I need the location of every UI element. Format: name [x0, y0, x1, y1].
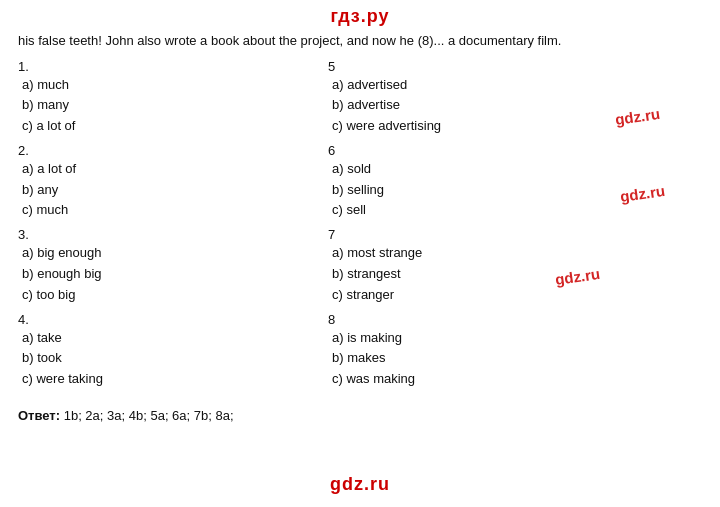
question-2: 2. a) a lot of b) any c) much: [18, 143, 328, 221]
question-4: 4. a) take b) took c) were taking: [18, 312, 328, 390]
q3-opt-b: b) enough big: [22, 264, 328, 285]
q2-num: 2.: [18, 143, 328, 158]
left-column: 1. a) much b) many c) a lot of 2. a) a l…: [18, 59, 328, 397]
q6-opt-c: c) sell: [332, 200, 698, 221]
q8-opt-c: c) was making: [332, 369, 698, 390]
answer-label: Ответ:: [18, 408, 60, 423]
q4-opt-b: b) took: [22, 348, 328, 369]
watermark-bottom: gdz.ru: [330, 474, 390, 495]
question-7: 7 a) most strange b) strangest c) strang…: [328, 227, 698, 305]
q6-num: 6: [328, 143, 698, 158]
q7-opt-b: b) strangest: [332, 264, 698, 285]
q3-num: 3.: [18, 227, 328, 242]
question-5: 5 a) advertised b) advertise c) were adv…: [328, 59, 698, 137]
q2-opt-a: a) a lot of: [22, 159, 328, 180]
q7-opt-a: a) most strange: [332, 243, 698, 264]
question-8: 8 a) is making b) makes c) was making: [328, 312, 698, 390]
q2-opt-b: b) any: [22, 180, 328, 201]
q2-opt-c: c) much: [22, 200, 328, 221]
q3-opt-a: a) big enough: [22, 243, 328, 264]
question-3: 3. a) big enough b) enough big c) too bi…: [18, 227, 328, 305]
q8-opt-b: b) makes: [332, 348, 698, 369]
q1-opt-b: b) many: [22, 95, 328, 116]
question-1: 1. a) much b) many c) a lot of: [18, 59, 328, 137]
q4-opt-a: a) take: [22, 328, 328, 349]
q4-opt-c: c) were taking: [22, 369, 328, 390]
q5-num: 5: [328, 59, 698, 74]
q7-opt-c: c) stranger: [332, 285, 698, 306]
header-watermark: гдз.ру: [0, 0, 720, 31]
question-6: 6 a) sold b) selling c) sell: [328, 143, 698, 221]
q1-opt-c: c) a lot of: [22, 116, 328, 137]
q1-opt-a: a) much: [22, 75, 328, 96]
intro-text: his false teeth! John also wrote a book …: [18, 31, 702, 51]
q3-opt-c: c) too big: [22, 285, 328, 306]
q8-opt-a: a) is making: [332, 328, 698, 349]
q5-opt-a: a) advertised: [332, 75, 698, 96]
answer-section: Ответ: 1b; 2a; 3a; 4b; 5a; 6a; 7b; 8a;: [18, 406, 702, 427]
q8-num: 8: [328, 312, 698, 327]
q1-num: 1.: [18, 59, 328, 74]
answer-text: 1b; 2a; 3a; 4b; 5a; 6a; 7b; 8a;: [64, 408, 234, 423]
q4-num: 4.: [18, 312, 328, 327]
q7-num: 7: [328, 227, 698, 242]
q6-opt-a: a) sold: [332, 159, 698, 180]
